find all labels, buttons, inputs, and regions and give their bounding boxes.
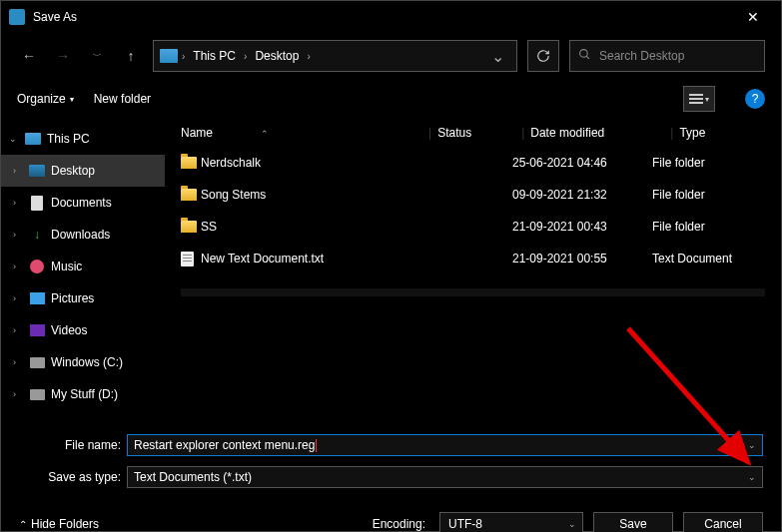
encoding-label: Encoding:: [373, 517, 425, 531]
horizontal-scrollbar[interactable]: [181, 288, 765, 296]
chevron-right-icon[interactable]: ›: [13, 262, 23, 271]
list-icon: [689, 93, 703, 105]
folder-icon: [181, 221, 197, 233]
column-date[interactable]: Date modified: [530, 126, 670, 140]
pc-icon: [160, 49, 178, 63]
documents-icon: [31, 196, 43, 211]
save-fields: File name: Restart explorer context menu…: [1, 418, 781, 490]
navigation-bar: ← → ﹀ ↑ › This PC › Desktop › ⌄ Search D…: [1, 33, 781, 79]
help-button[interactable]: ?: [745, 89, 765, 109]
column-headers: Name⌃ | Status | Date modified | Type: [165, 119, 781, 147]
chevron-right-icon[interactable]: ›: [13, 166, 23, 176]
breadcrumb[interactable]: › This PC › Desktop › ⌄: [153, 40, 517, 72]
chevron-down-icon: ▾: [70, 95, 74, 104]
chevron-right-icon[interactable]: ›: [13, 389, 23, 399]
tree-drive-d[interactable]: › My Stuff (D:): [1, 378, 165, 410]
chevron-right-icon[interactable]: ›: [13, 325, 23, 335]
file-row[interactable]: New Text Document.txt 21-09-2021 00:55 T…: [165, 243, 781, 274]
tree-videos[interactable]: › Videos: [1, 314, 165, 346]
tree-documents[interactable]: › Documents: [1, 187, 165, 219]
saveastype-label: Save as type:: [19, 470, 127, 484]
save-button[interactable]: Save: [593, 512, 673, 532]
file-list: Name⌃ | Status | Date modified | Type Ne…: [165, 119, 781, 418]
file-row[interactable]: Nerdschalk 25-06-2021 04:46 File folder: [165, 147, 781, 179]
filename-label: File name:: [19, 438, 127, 452]
text-file-icon: [181, 252, 194, 266]
back-button[interactable]: ←: [17, 44, 41, 68]
dialog-footer: ⌃ Hide Folders Encoding: UTF-8 ⌄ Save Ca…: [1, 496, 781, 532]
svg-point-0: [580, 50, 588, 58]
chevron-right-icon[interactable]: ›: [307, 51, 310, 62]
file-row[interactable]: SS 21-09-2021 00:43 File folder: [165, 211, 781, 243]
hide-folders-toggle[interactable]: ⌃ Hide Folders: [19, 517, 99, 531]
videos-icon: [30, 324, 45, 336]
pc-icon: [25, 133, 41, 145]
search-placeholder: Search Desktop: [599, 49, 684, 63]
chevron-right-icon[interactable]: ›: [244, 51, 247, 62]
music-icon: [30, 260, 44, 273]
text-cursor: [316, 439, 317, 452]
folder-icon: [181, 157, 197, 169]
chevron-down-icon[interactable]: ⌄: [568, 519, 576, 529]
search-icon: [578, 48, 591, 64]
toolbar: Organize ▾ New folder ▾ ?: [1, 79, 781, 119]
new-folder-button[interactable]: New folder: [94, 92, 151, 106]
drive-icon: [30, 357, 45, 368]
tree-drive-c[interactable]: › Windows (C:): [1, 346, 165, 378]
chevron-down-icon[interactable]: ⌄: [9, 134, 19, 144]
svg-line-1: [586, 56, 589, 59]
column-type[interactable]: Type: [679, 126, 781, 140]
column-name[interactable]: Name⌃: [181, 126, 428, 140]
cancel-button[interactable]: Cancel: [683, 512, 763, 532]
organize-menu[interactable]: Organize ▾: [17, 92, 74, 106]
chevron-right-icon[interactable]: ›: [13, 198, 23, 208]
up-button[interactable]: ↑: [119, 44, 143, 68]
view-options-button[interactable]: ▾: [683, 86, 715, 112]
close-button[interactable]: ✕: [733, 9, 773, 25]
desktop-icon: [29, 165, 45, 177]
tree-this-pc[interactable]: ⌄ This PC: [1, 123, 165, 155]
svg-rect-2: [689, 94, 703, 96]
forward-button[interactable]: →: [51, 44, 75, 68]
chevron-right-icon[interactable]: ›: [182, 51, 185, 62]
sort-indicator-icon: ⌃: [261, 129, 269, 139]
breadcrumb-dropdown[interactable]: ⌄: [485, 47, 510, 66]
chevron-right-icon[interactable]: ›: [13, 293, 23, 303]
chevron-down-icon[interactable]: ⌄: [748, 472, 756, 482]
encoding-combo[interactable]: UTF-8 ⌄: [439, 512, 583, 532]
tree-pictures[interactable]: › Pictures: [1, 282, 165, 314]
svg-rect-3: [689, 98, 703, 100]
tree-music[interactable]: › Music: [1, 251, 165, 282]
search-input[interactable]: Search Desktop: [569, 40, 765, 72]
titlebar: Save As ✕: [1, 1, 781, 33]
pictures-icon: [30, 292, 45, 304]
sidebar: ⌄ This PC › Desktop › Documents › ↓ Down…: [1, 119, 165, 418]
folder-icon: [181, 189, 197, 201]
saveastype-combo[interactable]: Text Documents (*.txt) ⌄: [127, 466, 763, 488]
drive-icon: [30, 389, 45, 400]
app-icon: [9, 9, 25, 25]
downloads-icon: ↓: [29, 227, 45, 243]
svg-rect-4: [689, 102, 703, 104]
refresh-button[interactable]: [527, 40, 559, 72]
column-status[interactable]: Status: [437, 126, 521, 140]
chevron-down-icon: ▾: [705, 95, 709, 104]
chevron-up-icon: ⌃: [19, 519, 27, 530]
filename-input[interactable]: Restart explorer context menu.reg ⌄: [127, 434, 763, 456]
recent-dropdown[interactable]: ﹀: [85, 44, 109, 68]
breadcrumb-this-pc[interactable]: This PC: [189, 49, 240, 63]
chevron-right-icon[interactable]: ›: [13, 357, 23, 367]
chevron-right-icon[interactable]: ›: [13, 230, 23, 240]
window-title: Save As: [33, 10, 733, 24]
tree-downloads[interactable]: › ↓ Downloads: [1, 219, 165, 251]
breadcrumb-desktop[interactable]: Desktop: [251, 49, 303, 63]
save-as-dialog: Save As ✕ ← → ﹀ ↑ › This PC › Desktop › …: [0, 0, 782, 532]
file-row[interactable]: Song Stems 09-09-2021 21:32 File folder: [165, 179, 781, 211]
chevron-down-icon[interactable]: ⌄: [748, 440, 756, 450]
tree-desktop[interactable]: › Desktop: [1, 155, 165, 187]
